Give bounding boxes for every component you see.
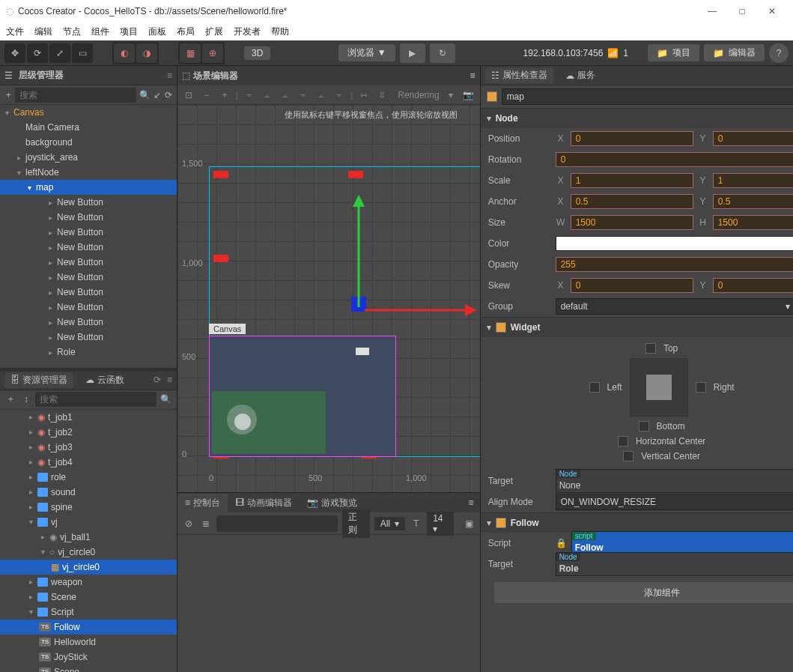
local-tool-icon[interactable]: ▦ <box>180 43 201 63</box>
align-r-icon[interactable]: ⫠ <box>279 90 292 100</box>
tree-item[interactable]: New Button <box>57 332 103 342</box>
anchor-tool-icon[interactable]: ◑ <box>136 43 157 63</box>
follow-enable-checkbox[interactable] <box>496 518 506 528</box>
node-active-checkbox[interactable] <box>487 91 497 102</box>
hierarchy-search-input[interactable] <box>15 88 136 103</box>
group-select[interactable]: default▾ <box>556 298 793 315</box>
menu-help[interactable]: 帮助 <box>271 25 289 38</box>
window-close[interactable]: ✕ <box>757 1 787 22</box>
tree-item[interactable]: New Button <box>57 317 103 327</box>
left-checkbox[interactable] <box>589 382 600 393</box>
opacity-input[interactable] <box>556 257 793 272</box>
tab-service[interactable]: ☁服务 <box>559 67 601 83</box>
menu-project[interactable]: 项目 <box>120 25 138 38</box>
tab-assets[interactable]: 🗄资源管理器 <box>4 372 73 388</box>
fontsize-stepper[interactable]: 14 ▾ <box>427 512 453 536</box>
widget-target-ref[interactable]: NodeNone <box>556 469 793 493</box>
skew-y-input[interactable] <box>713 278 793 293</box>
tree-item[interactable]: New Button <box>57 302 103 312</box>
collapse-icon[interactable]: ↙ <box>154 88 161 103</box>
scale-x-input[interactable] <box>571 173 693 188</box>
position-y-input[interactable] <box>713 131 793 146</box>
menu-panel[interactable]: 面板 <box>148 25 166 38</box>
window-maximize[interactable]: □ <box>727 1 757 22</box>
refresh-icon[interactable]: ⟳ <box>165 88 172 103</box>
color-swatch[interactable] <box>556 236 793 251</box>
follow-target-ref[interactable]: NodeRole✕ <box>556 552 793 576</box>
position-x-input[interactable] <box>571 131 693 146</box>
node-name-input[interactable] <box>502 88 793 105</box>
hcenter-checkbox[interactable] <box>618 436 628 447</box>
asset-item[interactable]: TSJoyStick <box>0 650 177 665</box>
tree-item[interactable]: joystick_area <box>25 152 78 163</box>
asset-item[interactable]: TSScene <box>0 665 177 673</box>
panel-menu-icon[interactable]: ≡ <box>463 497 480 508</box>
scale-tool-icon[interactable]: ⤢ <box>49 43 70 63</box>
tree-item[interactable]: Main Camera <box>25 122 79 133</box>
panel-menu-icon[interactable]: ≡ <box>470 70 476 81</box>
editor-button[interactable]: 📁编辑器 <box>704 44 765 61</box>
console-filter-input[interactable] <box>216 515 338 532</box>
scale-y-input[interactable] <box>713 173 793 188</box>
asset-search-input[interactable] <box>35 392 157 407</box>
asset-item[interactable]: ▸sound <box>0 485 177 500</box>
menu-developer[interactable]: 开发者 <box>234 25 261 38</box>
add-component-button[interactable]: 添加组件 <box>494 582 793 603</box>
align-l-icon[interactable]: ⫟ <box>243 90 256 100</box>
menu-layout[interactable]: 布局 <box>177 25 195 38</box>
asset-item[interactable]: ▦vj_circle0 <box>0 560 177 575</box>
tab-animation[interactable]: 🎞动画编辑器 <box>228 494 300 512</box>
preview-dropdown[interactable]: 浏览器 ▼ <box>338 44 395 61</box>
anchor-x-input[interactable] <box>571 194 693 209</box>
menu-edit[interactable]: 编辑 <box>34 25 52 38</box>
menu-node[interactable]: 节点 <box>63 25 81 38</box>
add-node-button[interactable]: + <box>4 88 12 103</box>
world-tool-icon[interactable]: ⊕ <box>202 43 223 63</box>
asset-item[interactable]: TSHelloworld <box>0 635 177 650</box>
tab-console[interactable]: ≡控制台 <box>177 494 228 512</box>
section-follow[interactable]: ▾Follow⚙ <box>481 513 793 533</box>
asset-item[interactable]: ▸role <box>0 470 177 485</box>
move-tool-icon[interactable]: ✥ <box>4 43 25 63</box>
play-button[interactable]: ▶ <box>400 43 425 63</box>
top-checkbox[interactable] <box>645 343 656 354</box>
align-c-icon[interactable]: ⫠ <box>261 90 274 100</box>
mode-3d-button[interactable]: 3D <box>244 46 270 60</box>
tree-item[interactable]: New Button <box>57 272 103 282</box>
asset-tree[interactable]: ▸◉t_job1▸◉t_job2▸◉t_job3▸◉t_job4▸role▸so… <box>0 410 177 673</box>
zoom-out-icon[interactable]: − <box>200 90 213 100</box>
tree-item[interactable]: New Button <box>57 242 103 252</box>
tree-item[interactable]: New Button <box>57 227 103 237</box>
clear-console-icon[interactable]: ⊘ <box>182 516 195 531</box>
zoom-fit-icon[interactable]: ⊡ <box>182 90 195 100</box>
panel-menu-icon[interactable]: ≡ <box>167 375 172 385</box>
vcenter-checkbox[interactable] <box>623 451 634 461</box>
rotate-tool-icon[interactable]: ⟳ <box>27 43 48 63</box>
widget-enable-checkbox[interactable] <box>496 322 506 333</box>
add-asset-button[interactable]: + <box>4 392 17 407</box>
panel-menu-icon[interactable]: ≡ <box>167 70 172 81</box>
tree-item[interactable]: New Button <box>57 212 103 223</box>
scene-view[interactable]: 使用鼠标右键平移视窗焦点，使用滚轮缩放视图 1,500 1,000 500 0 … <box>177 105 480 492</box>
alignmode-select[interactable]: ON_WINDOW_RESIZE▾ <box>556 494 793 510</box>
anchor-y-input[interactable] <box>713 194 793 209</box>
skew-x-input[interactable] <box>571 278 693 293</box>
dist-v-icon[interactable]: ⇳ <box>375 90 389 100</box>
panel-menu-icon[interactable]: ⟳ <box>154 375 161 385</box>
rect-tool-icon[interactable]: ▭ <box>72 43 93 63</box>
align-b-icon[interactable]: ⫟ <box>332 90 346 100</box>
asset-item[interactable]: ▸◉vj_ball1 <box>0 530 177 545</box>
camera-icon[interactable]: 📷 <box>462 90 476 100</box>
pivot-tool-icon[interactable]: ◐ <box>114 43 135 63</box>
tree-item[interactable]: leftNode <box>25 167 59 178</box>
size-w-input[interactable] <box>571 215 693 230</box>
tree-item[interactable]: New Button <box>57 257 103 267</box>
help-button[interactable]: ? <box>769 43 789 63</box>
chevron-down-icon[interactable]: ▾ <box>444 90 458 100</box>
asset-item[interactable]: ▸◉t_job3 <box>0 440 177 455</box>
asset-item[interactable]: ▸◉t_job2 <box>0 425 177 440</box>
regex-toggle[interactable]: 正则 <box>342 509 370 538</box>
section-widget[interactable]: ▾Widget📖⚙ <box>481 318 793 337</box>
asset-item[interactable]: ▸weapon <box>0 575 177 590</box>
menu-file[interactable]: 文件 <box>6 25 24 38</box>
